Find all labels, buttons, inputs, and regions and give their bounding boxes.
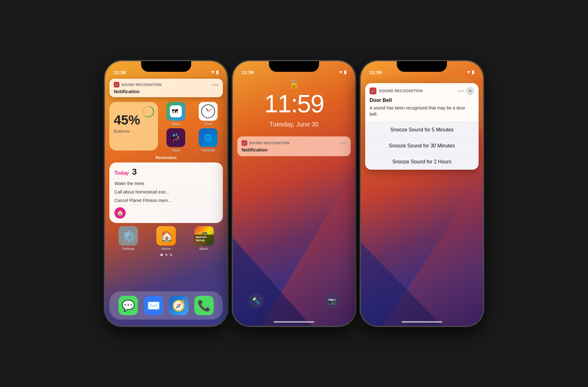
lock-notif-app: 🔊 SOUND RECOGNITION [242, 140, 290, 146]
svg-rect-11 [175, 139, 178, 140]
reminders-count: 3 [132, 167, 137, 177]
reminders-home-icon: 🏠 [114, 207, 126, 219]
phone-2: 11:59 ▾ ▮ 🔓 11:59 Tuesday, June 30 🔊 SOU… [233, 61, 355, 326]
lock-date: Tuesday, June 30 [233, 121, 355, 128]
reminder-item-1[interactable]: Water the trees [114, 179, 218, 188]
camera-button[interactable]: 📷 [324, 293, 339, 308]
status-time: 11:58 [114, 70, 126, 75]
home-indicator [274, 321, 314, 323]
notch [141, 61, 191, 72]
page-dot-3 [170, 254, 172, 256]
music-widget: 🎵 ♪ Workout Spring M Potuck [194, 226, 214, 246]
app-maps[interactable]: 🗺 Maps [161, 102, 191, 126]
dock-phone[interactable]: 📞 [194, 296, 214, 315]
page-dot-1 [160, 254, 163, 256]
sound-recognition-icon: 🔊 [114, 82, 119, 87]
close-button[interactable]: ✕ [466, 87, 474, 95]
dock-safari[interactable]: 🧭 [169, 296, 188, 315]
lock-icon: 🔓 [289, 79, 299, 89]
lock-notification[interactable]: 🔊 SOUND RECOGNITION now Notification [237, 136, 351, 156]
phone-1: 11:58 ▾ ▮ 🔊 SOUND RECOGNITION now Notifi… [105, 61, 227, 326]
settings-label: Settings [122, 247, 134, 251]
settings-icon: ⚙️ [118, 226, 138, 246]
mail-icon: ✉️ [147, 299, 160, 312]
status-icons: ▾ ▮ [467, 69, 474, 75]
app-settings[interactable]: ⚙️ Settings [118, 226, 138, 251]
dot-2 [460, 90, 461, 92]
snooze-2-hours-button[interactable]: Snooze Sound for 2 Hours [365, 154, 479, 170]
svg-text:⚙️: ⚙️ [122, 230, 136, 243]
app-clock[interactable]: Clock [193, 102, 223, 126]
wifi-icon: ▾ [339, 69, 342, 75]
app-translate[interactable]: 🌐 Translate [193, 128, 223, 152]
battery-icon: ▮ [472, 69, 474, 75]
dock-mail[interactable]: ✉️ [144, 296, 163, 315]
status-time: 11:59 [242, 70, 254, 75]
svg-text:🏠: 🏠 [160, 230, 174, 243]
expanded-notif-header: 🔊 SOUND RECOGNITION ✕ [365, 83, 479, 98]
widget-row: 45% Batteries 🗺 Maps [109, 102, 223, 152]
app-row-middle: ⚙️ Settings 🏠 Home [109, 226, 223, 251]
notif-header: 🔊 SOUND RECOGNITION now [114, 82, 218, 87]
notch [269, 61, 319, 72]
widget-area: 45% Batteries 🗺 Maps [109, 102, 223, 258]
messages-icon: 💬 [122, 299, 135, 312]
reminder-item-2[interactable]: Call about homestead exe... [114, 188, 218, 196]
battery-circle [142, 105, 155, 118]
status-icons: ▾ ▮ [212, 69, 218, 75]
apps-grid: 🗺 Maps Clock [161, 102, 223, 152]
clock-face [201, 104, 215, 118]
expanded-notif-body: Door Bell A sound has been recognized th… [365, 98, 479, 122]
notif-time: now [212, 83, 218, 87]
lock-notif-body: Notification [242, 147, 346, 152]
dock-messages[interactable]: 💬 [118, 296, 138, 315]
snooze-30-min-button[interactable]: Snooze Sound for 30 Minutes [365, 138, 479, 154]
battery-icon: ▮ [216, 69, 218, 75]
safari-icon: 🧭 [172, 299, 185, 312]
expanded-notif-app: 🔊 SOUND RECOGNITION [370, 87, 423, 94]
lock-notif-time: now [340, 141, 346, 145]
lock-notif-app-name: SOUND RECOGNITION [249, 141, 290, 145]
flashlight-icon: 🔦 [252, 297, 260, 305]
notification-banner[interactable]: 🔊 SOUND RECOGNITION now Notification [109, 79, 223, 97]
phone-3: 11:59 ▾ ▮ 🔊 SOUND RECOGNITION [361, 61, 483, 326]
notif-app: 🔊 SOUND RECOGNITION [114, 82, 162, 87]
lock-notif-header: 🔊 SOUND RECOGNITION now [242, 140, 346, 146]
svg-rect-10 [178, 136, 179, 139]
home-label: Home [161, 247, 171, 251]
maps-label: Maps [172, 122, 180, 126]
reminder-item-3[interactable]: Cancel Planet Fitness mem... [114, 196, 218, 205]
reminders-today: Today [114, 170, 129, 176]
notif-description: A sound has been recognized that may be … [370, 105, 474, 117]
music-label: Music [199, 247, 208, 251]
app-home[interactable]: 🏠 Home [156, 226, 176, 251]
svg-text:🌐: 🌐 [204, 133, 213, 142]
expanded-notification: 🔊 SOUND RECOGNITION ✕ Door Bell A sound … [365, 83, 479, 170]
home-indicator [402, 321, 442, 323]
snooze-options: Snooze Sound for 5 Minutes Snooze Sound … [365, 122, 479, 170]
maps-icon: 🗺 [166, 102, 185, 121]
battery-icon: ▮ [344, 69, 346, 75]
clock-icon [199, 102, 218, 121]
camera-icon: 📷 [328, 297, 336, 305]
app-slack[interactable]: # Slack [161, 128, 191, 152]
dock: 💬 ✉️ 🧭 📞 [109, 291, 223, 320]
translate-label: Translate [201, 148, 215, 152]
lock-time: 11:59 [233, 89, 355, 118]
translate-icon: 🌐 [199, 128, 218, 147]
expanded-sound-icon: 🔊 [370, 87, 376, 94]
dot-3 [462, 90, 464, 92]
notif-body: Notification [114, 89, 218, 94]
reminders-widget[interactable]: Today 3 Water the trees Call about homes… [109, 162, 223, 223]
wifi-icon: ▾ [467, 69, 470, 75]
flashlight-button[interactable]: 🔦 [249, 293, 264, 308]
svg-rect-8 [173, 134, 174, 137]
app-music[interactable]: 🎵 ♪ Workout Spring M Potuck Music [194, 226, 214, 251]
battery-label: Batteries [114, 129, 154, 134]
notif-title: Door Bell [370, 98, 474, 103]
snooze-5-min-button[interactable]: Snooze Sound for 5 Minutes [365, 122, 479, 138]
notif-app-name: SOUND RECOGNITION [121, 83, 162, 87]
battery-widget[interactable]: 45% Batteries [109, 102, 158, 151]
more-options[interactable] [458, 90, 464, 92]
lock-bottom-controls: 🔦 📷 [233, 293, 355, 308]
